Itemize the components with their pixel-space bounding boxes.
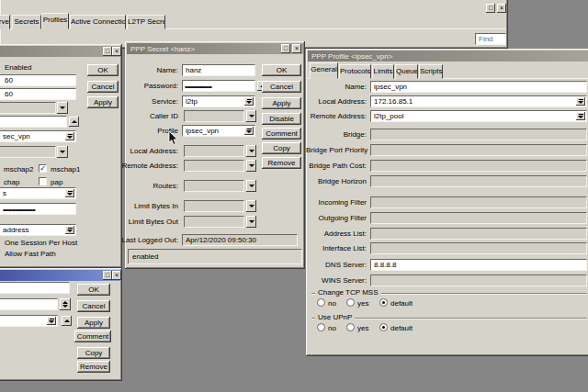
maximize-icon[interactable]: □ — [103, 271, 112, 280]
keepalive-field[interactable] — [0, 116, 67, 128]
chevron-down-icon[interactable] — [246, 160, 256, 172]
combo-toggle-icon[interactable] — [65, 226, 74, 234]
chevron-down-icon[interactable] — [246, 216, 256, 228]
next-pool-combo[interactable] — [0, 315, 58, 327]
bridge-port-priority-field[interactable] — [370, 144, 587, 156]
routes-dropdown[interactable] — [184, 180, 244, 192]
incoming-filter-dropdown[interactable] — [370, 196, 587, 208]
caller-id-type-combo[interactable]: address — [0, 224, 76, 236]
tab-active-connections[interactable]: Active Connections — [70, 15, 126, 29]
combo-toggle-icon[interactable] — [65, 189, 74, 197]
tab-l2tp-secrets[interactable]: L2TP Secrets — [127, 15, 165, 29]
default-profile-combo[interactable]: sec_vpn — [0, 130, 76, 142]
local-address-dropdown[interactable] — [184, 145, 244, 157]
remote-address-dropdown[interactable] — [184, 160, 244, 172]
chevron-down-icon[interactable] — [57, 102, 68, 114]
upnp-yes-radio[interactable] — [346, 323, 355, 331]
cancel-button[interactable]: Cancel — [77, 300, 110, 312]
remove-button[interactable]: Remove — [77, 361, 110, 373]
upnp-default-radio[interactable] — [379, 323, 388, 331]
bridge-dropdown[interactable] — [370, 129, 587, 140]
maximize-icon[interactable]: □ — [103, 47, 112, 56]
password-field[interactable]: •••••••••••••••••••• — [182, 80, 255, 92]
combo-toggle-icon[interactable] — [65, 132, 74, 140]
ok-button[interactable]: OK — [77, 284, 110, 296]
name-field[interactable]: hanz — [182, 64, 255, 76]
ok-button[interactable]: OK — [262, 64, 301, 76]
ipsec-secret-field[interactable]: •••••••••••••••••••••••• — [0, 203, 76, 215]
ok-button[interactable]: OK — [87, 64, 119, 76]
pool-addresses-field[interactable]: 10-172.16.85.15 — [0, 298, 58, 310]
tcp-mss-default-radio[interactable] — [379, 298, 388, 307]
comment-button[interactable]: Comment — [74, 330, 111, 342]
wins-server-field[interactable] — [370, 274, 587, 286]
max-sessions-dropdown[interactable] — [0, 146, 56, 158]
caller-id-dropdown[interactable] — [184, 110, 244, 122]
tab-scripts[interactable]: Scripts — [419, 64, 443, 79]
copy-button[interactable]: Copy — [77, 347, 110, 359]
use-ipsec-combo[interactable]: s — [0, 187, 76, 199]
chevron-up-icon[interactable] — [62, 316, 72, 326]
caller-id-label: Caller ID — [119, 112, 178, 120]
tab-secrets[interactable]: Secrets — [12, 15, 41, 29]
mschap1-checkbox[interactable]: ✓ — [39, 164, 47, 173]
max-mru-field[interactable]: 60 — [0, 88, 76, 100]
tab-limits[interactable]: Limits — [372, 64, 394, 79]
address-list-dropdown[interactable] — [370, 228, 587, 240]
ppp-profile-titlebar: PPP Profile <ipsec_vpn> — [308, 50, 588, 62]
chevron-down-icon[interactable] — [246, 145, 256, 157]
interface-list-dropdown[interactable] — [370, 242, 587, 254]
maximize-icon[interactable]: □ — [486, 4, 495, 13]
remote-address-combo[interactable]: l2tp_pool — [370, 110, 587, 122]
upnp-no-radio[interactable] — [317, 323, 325, 331]
cancel-button[interactable]: Cancel — [262, 81, 301, 93]
close-icon[interactable]: × — [497, 4, 506, 13]
bridge-path-cost-field[interactable] — [370, 160, 587, 172]
combo-toggle-icon[interactable] — [244, 127, 254, 135]
dns-server-field[interactable]: 8.8.8.8 — [370, 259, 587, 271]
chevron-up-icon[interactable] — [69, 117, 79, 127]
combo-toggle-icon[interactable] — [576, 112, 585, 120]
name-field[interactable]: ipsec_vpn — [370, 81, 587, 93]
limit-bytes-out-dropdown[interactable] — [184, 216, 244, 228]
apply-button[interactable]: Apply — [87, 96, 119, 108]
spinner-icon[interactable] — [60, 298, 71, 310]
find-input[interactable]: Find — [475, 33, 506, 45]
close-icon[interactable]: × — [112, 47, 121, 56]
pap-checkbox[interactable] — [39, 177, 47, 185]
close-icon[interactable]: × — [112, 271, 121, 280]
copy-button[interactable]: Copy — [262, 142, 301, 154]
local-address-combo[interactable]: 172.16.85.1 — [370, 95, 587, 107]
cancel-button[interactable]: Cancel — [87, 81, 119, 93]
tab-queue[interactable]: Queue — [395, 64, 418, 79]
disable-button[interactable]: Disable — [262, 113, 301, 125]
mrru-dropdown[interactable] — [0, 102, 56, 114]
combo-toggle-icon[interactable] — [47, 317, 56, 325]
apply-button[interactable]: Apply — [262, 97, 301, 109]
tab-pppoe-servers[interactable]: PPPoE Servers — [0, 15, 10, 29]
combo-toggle-icon[interactable] — [244, 97, 254, 106]
tcp-mss-no-radio[interactable] — [317, 298, 325, 307]
chevron-down-icon[interactable] — [246, 180, 256, 192]
comment-button[interactable]: Comment — [262, 128, 301, 140]
remove-button[interactable]: Remove — [262, 157, 301, 169]
chevron-down-icon[interactable] — [246, 110, 256, 122]
chevron-down-icon[interactable] — [57, 146, 68, 158]
max-mtu-field[interactable]: 60 — [0, 74, 76, 86]
tcp-mss-yes-radio[interactable] — [346, 298, 355, 307]
combo-toggle-icon[interactable] — [576, 97, 585, 106]
chevron-down-icon[interactable] — [246, 200, 256, 212]
bridge-port-priority-label: Bridge Port Priority — [306, 146, 367, 154]
maximize-icon[interactable]: □ — [281, 44, 290, 53]
limit-bytes-in-dropdown[interactable] — [184, 200, 244, 212]
service-combo[interactable]: l2tp — [182, 95, 255, 107]
close-icon[interactable]: × — [292, 44, 301, 53]
tab-protocols[interactable]: Protocols — [339, 64, 371, 79]
bridge-horizon-field[interactable] — [370, 175, 587, 187]
pool-name-field[interactable] — [0, 282, 70, 294]
apply-button[interactable]: Apply — [77, 317, 110, 329]
tab-profiles[interactable]: Profiles — [41, 13, 69, 29]
outgoing-filter-dropdown[interactable] — [370, 212, 587, 224]
tab-general[interactable]: General — [310, 62, 338, 79]
profile-combo[interactable]: ipsec_vpn — [182, 125, 255, 137]
